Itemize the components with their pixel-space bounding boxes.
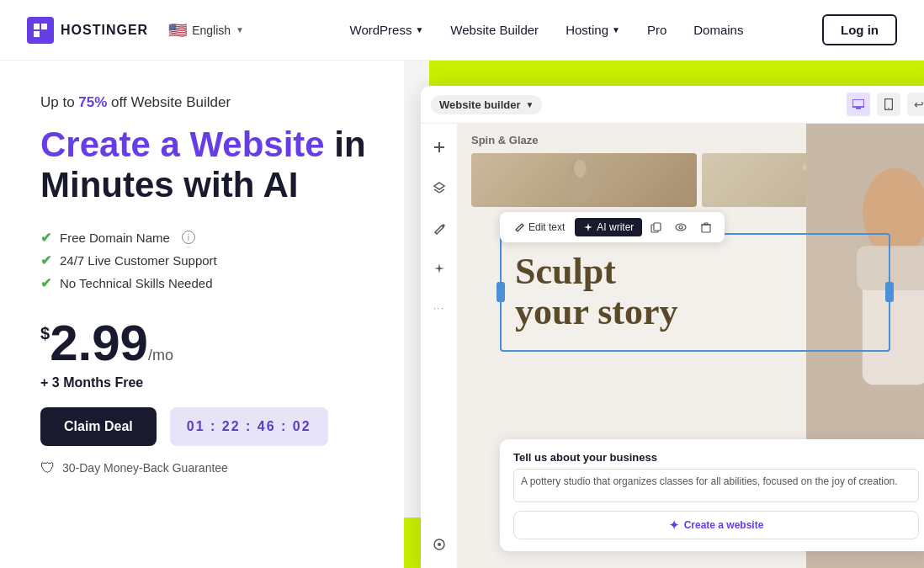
language-label: English (192, 24, 231, 37)
tell-us-card: Tell us about your business A pottery st… (500, 439, 924, 551)
topbar-icons: ↩ (847, 93, 924, 116)
nav-wordpress[interactable]: WordPress ▼ (340, 16, 434, 44)
checkmark-icon: ✔ (40, 252, 51, 268)
svg-point-26 (676, 224, 686, 231)
svg-point-6 (888, 108, 889, 109)
mobile-view-icon[interactable] (877, 93, 900, 116)
site-name: Spin & Glaze (471, 134, 538, 146)
discount-percent: 75% (78, 94, 107, 110)
sparkle-button[interactable] (426, 255, 453, 282)
nav-pro[interactable]: Pro (637, 16, 677, 44)
discount-badge: Up to 75% off Website Builder (40, 94, 377, 111)
copy-button[interactable] (644, 215, 667, 239)
price-dollar: $ (40, 324, 50, 342)
header: HOSTINGER 🇺🇸 English ▼ WordPress ▼ Websi… (0, 0, 924, 61)
cta-row: Claim Deal 01 : 22 : 46 : 02 (40, 407, 377, 446)
delete-button[interactable] (694, 215, 718, 239)
builder-window: Website builder ▼ ↩ (421, 86, 924, 568)
hero-text-selected[interactable]: Sculpt your story (500, 233, 890, 352)
bottom-sidebar-button[interactable] (426, 531, 453, 558)
svg-point-15 (574, 159, 587, 178)
svg-line-10 (434, 189, 439, 193)
info-icon[interactable]: i (182, 231, 195, 244)
feature-no-skills: ✔ No Technical Skills Needed (40, 275, 377, 291)
flag-icon: 🇺🇸 (168, 21, 187, 40)
svg-rect-1 (41, 24, 47, 29)
nav-hosting[interactable]: Hosting ▼ (555, 16, 630, 44)
builder-body: ··· Spin & Glaze (421, 124, 924, 568)
countdown-timer: 01 : 22 : 46 : 02 (170, 407, 328, 446)
layers-button[interactable] (426, 174, 453, 201)
builder-topbar: Website builder ▼ ↩ (421, 86, 924, 124)
pen-tool-button[interactable] (426, 215, 453, 242)
logo-text: HOSTINGER (61, 23, 148, 38)
chevron-down-icon: ▼ (236, 25, 244, 35)
undo-icon[interactable]: ↩ (907, 93, 924, 116)
svg-rect-0 (34, 24, 40, 29)
price-mo: /mo (148, 347, 173, 364)
svg-rect-2 (34, 31, 40, 37)
claim-deal-button[interactable]: Claim Deal (40, 407, 157, 446)
builder-sidebar: ··· (421, 124, 458, 568)
svg-point-27 (679, 226, 682, 229)
builder-canvas: Spin & Glaze (458, 124, 924, 568)
features-list: ✔ Free Domain Name i ✔ 24/7 Live Custome… (40, 230, 377, 298)
main-content: Up to 75% off Website Builder Create a W… (0, 61, 924, 568)
guarantee-badge: 🛡 30-Day Money-Back Guarantee (40, 459, 377, 477)
svg-rect-28 (702, 225, 710, 232)
hero-section: Up to 75% off Website Builder Create a W… (0, 61, 404, 568)
logo-icon (27, 17, 54, 44)
language-selector[interactable]: 🇺🇸 English ▼ (168, 21, 244, 40)
hero-text-content: Sculpt your story (515, 252, 875, 333)
add-element-button[interactable] (426, 134, 453, 161)
chevron-down-icon: ▼ (415, 25, 423, 35)
image-thumb-1[interactable] (471, 153, 697, 207)
svg-rect-3 (852, 99, 864, 107)
svg-marker-9 (434, 183, 444, 189)
svg-rect-30 (704, 223, 708, 225)
svg-rect-25 (654, 223, 661, 231)
desktop-view-icon[interactable] (847, 93, 870, 116)
star-icon: ✦ (669, 518, 679, 532)
svg-rect-4 (856, 108, 861, 109)
svg-line-11 (439, 189, 444, 193)
edit-text-button[interactable]: Edit text (507, 218, 573, 236)
nav-website-builder[interactable]: Website Builder (440, 16, 549, 44)
nav-domains[interactable]: Domains (683, 16, 753, 44)
login-button[interactable]: Log in (822, 14, 897, 45)
preview-button[interactable] (669, 215, 693, 239)
logo[interactable]: HOSTINGER (27, 17, 148, 44)
main-nav: WordPress ▼ Website Builder Hosting ▼ Pr… (271, 16, 822, 44)
shield-icon: 🛡 (40, 459, 56, 477)
builder-preview-panel: Website builder ▼ ↩ (404, 61, 924, 568)
feature-support: ✔ 24/7 Live Customer Support (40, 252, 377, 268)
website-builder-tab[interactable]: Website builder ▼ (431, 95, 542, 114)
tell-us-description: A pottery studio that organizes classes … (513, 469, 919, 502)
edit-toolbar: Edit text AI writer (500, 212, 725, 242)
price-main: 2.99 (50, 315, 148, 371)
headline: Create a Website in Minutes with AI (40, 125, 377, 206)
svg-point-13 (438, 543, 441, 546)
chevron-down-icon: ▼ (612, 25, 620, 35)
more-options-dots[interactable]: ··· (433, 302, 444, 314)
checkmark-icon: ✔ (40, 230, 51, 246)
images-row (458, 146, 924, 214)
chevron-down-icon: ▼ (526, 100, 534, 109)
tell-us-title: Tell us about your business (513, 451, 919, 464)
create-website-button[interactable]: ✦ Create a website (513, 511, 919, 539)
checkmark-icon: ✔ (40, 275, 51, 291)
free-months-label: + 3 Months Free (40, 375, 377, 390)
ai-writer-button[interactable]: AI writer (575, 218, 642, 236)
price-display: $2.99/mo (40, 318, 377, 369)
feature-domain: ✔ Free Domain Name i (40, 230, 377, 246)
